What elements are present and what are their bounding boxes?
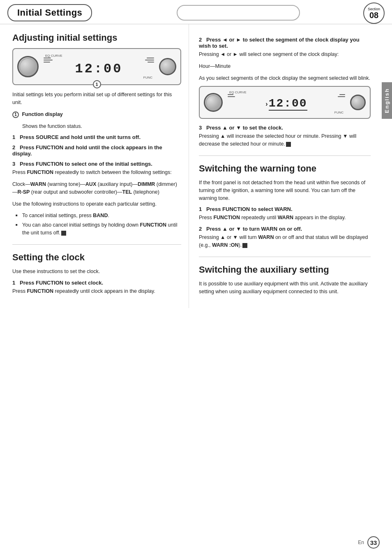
left-knob bbox=[17, 56, 39, 77]
clock-display-2: 12:00 bbox=[269, 97, 307, 111]
clock-step-2-body-2: Hour—Minute bbox=[199, 63, 371, 70]
clock-step-1-heading: 1 Press FUNCTION to select clock. bbox=[12, 280, 181, 286]
function-display-desc: Shows the function status. bbox=[12, 123, 181, 130]
warn-step-2-heading: 2 Press ▲ or ▼ to turn WARN on or off. bbox=[199, 226, 371, 232]
divider-2 bbox=[199, 155, 371, 156]
clock-step-1-body: Press FUNCTION repeatedly until clock ap… bbox=[12, 287, 181, 295]
eq-curve-label-2: EQ CURVE bbox=[229, 90, 347, 94]
clock-step-2-body-3: As you select segments of the clock disp… bbox=[199, 74, 371, 82]
page-title: Initial Settings bbox=[7, 4, 92, 21]
right-knob-1 bbox=[159, 58, 176, 75]
clock-step-2-heading: 2 Press ◄ or ► to select the segment of … bbox=[199, 37, 371, 49]
left-column: Adjusting initial settings EQ CURVE bbox=[0, 24, 189, 308]
adjusting-title: Adjusting initial settings bbox=[12, 32, 181, 43]
left-knob-2 bbox=[204, 93, 223, 112]
warning-tone-title: Switching the warning tone bbox=[199, 163, 371, 174]
function-display-label: Function display bbox=[22, 111, 62, 117]
stop-icon-1 bbox=[61, 231, 66, 236]
clock-step-3-body: Pressing ▲ will increase the selected ho… bbox=[199, 132, 371, 148]
step-3-settings: Clock—WARN (warning tone)—AUX (auxiliary… bbox=[12, 181, 181, 196]
aux-setting-intro: It is possible to use auxiliary equipmen… bbox=[199, 280, 371, 296]
device-image-2: EQ CURVE › 12:00 FUNC bbox=[199, 86, 371, 119]
step-3-body: Press FUNCTION repeatedly to switch betw… bbox=[12, 169, 181, 176]
eq-curve-label: EQ CURVE bbox=[45, 54, 156, 58]
footer-en-label: En bbox=[358, 540, 364, 545]
intro-text: Initial settings lets you perform initia… bbox=[12, 91, 181, 107]
stop-icon-2 bbox=[286, 142, 291, 147]
center-display-2: EQ CURVE › 12:00 FUNC bbox=[226, 90, 347, 114]
step-3-heading: 3 Press FUNCTION to select one of the in… bbox=[12, 161, 181, 167]
cursor-left: › bbox=[265, 100, 267, 108]
center-display: EQ CURVE 12:00 bbox=[42, 54, 156, 79]
right-knob-2 bbox=[350, 95, 366, 110]
warn-step-1-heading: 1 Press FUNCTION to select WARN. bbox=[199, 206, 371, 212]
section-number: 08 bbox=[369, 11, 378, 19]
main-content: Adjusting initial settings EQ CURVE bbox=[0, 24, 392, 308]
warn-step-2-body: Pressing ▲ or ▼ will turn WARN on or off… bbox=[199, 234, 371, 249]
step-3-instruction: Use the following instructions to operat… bbox=[12, 200, 181, 208]
english-tab: English bbox=[382, 82, 392, 119]
clock-step-2-body-1: Pressing ◄ or ► will select one segment … bbox=[199, 51, 371, 58]
bullet-1: To cancel initial settings, press BAND. bbox=[16, 212, 181, 220]
warn-step-1-body: Press FUNCTION repeatedly until WARN app… bbox=[199, 214, 371, 222]
setting-clock-title: Setting the clock bbox=[12, 252, 181, 263]
warning-tone-intro: If the front panel is not detached from … bbox=[199, 179, 371, 202]
clock-step-3-heading: 3 Press ▲ or ▼ to set the clock. bbox=[199, 125, 371, 131]
bullet-2: You can also cancel initial settings by … bbox=[16, 221, 181, 237]
aux-setting-title: Switching the auxiliary setting bbox=[199, 264, 371, 275]
page-number: 33 bbox=[367, 536, 380, 549]
device-image-1: EQ CURVE 12:00 bbox=[12, 48, 181, 85]
func-label-2: FUNC bbox=[226, 111, 344, 114]
section-badge: Section 08 bbox=[363, 2, 385, 24]
stop-icon-3 bbox=[242, 243, 247, 248]
right-column: 2 Press ◄ or ► to select the segment of … bbox=[189, 24, 378, 308]
setting-clock-intro: Use these instructions to set the clock. bbox=[12, 268, 181, 276]
page-header: Initial Settings Section 08 bbox=[0, 0, 392, 24]
step-2-heading: 2 Press FUNCTION and hold until the cloc… bbox=[12, 144, 181, 157]
header-center-decoration bbox=[177, 5, 300, 21]
bullet-list: To cancel initial settings, press BAND. … bbox=[12, 212, 181, 236]
circled-1-icon: 1 bbox=[12, 111, 19, 118]
divider-1 bbox=[12, 244, 181, 245]
clock-display-1: 12:00 bbox=[42, 63, 156, 76]
divider-3 bbox=[199, 257, 371, 257]
circle-num-1: 1 bbox=[93, 80, 101, 88]
page-footer: En 33 bbox=[358, 536, 380, 549]
step-1-heading: 1 Press SOURCE and hold until the unit t… bbox=[12, 134, 181, 140]
function-display-heading: 1 Function display bbox=[12, 111, 181, 118]
